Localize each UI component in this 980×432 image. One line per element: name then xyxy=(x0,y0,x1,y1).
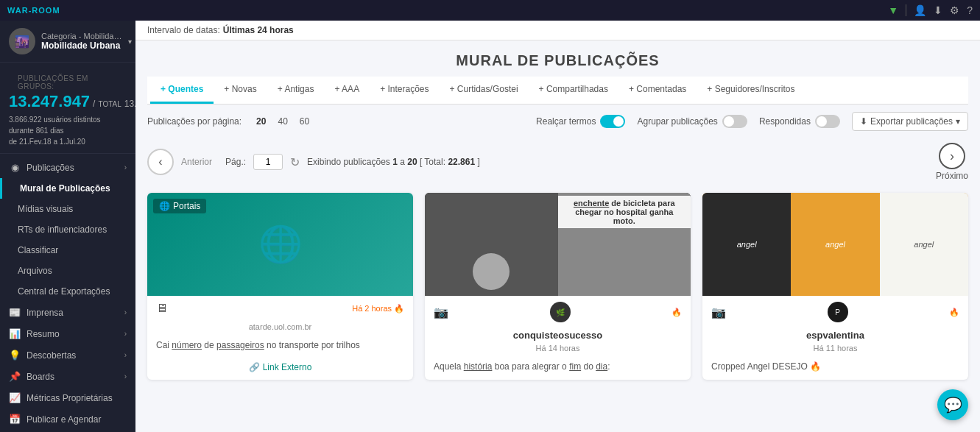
arrow-icon-boards: › xyxy=(124,372,127,380)
stats-main: 13.247.947 / TOTAL 13.247.498 xyxy=(9,92,127,111)
instagram-icon-esp: 📷 xyxy=(711,305,726,319)
total-label: Total: xyxy=(424,157,445,167)
card-body-esp: Cropped Angel DESEJO 🔥 xyxy=(702,354,968,380)
tab-antigas[interactable]: + Antigas xyxy=(267,77,325,104)
page-input[interactable] xyxy=(253,154,283,170)
export-chevron-icon: ▾ xyxy=(956,116,960,127)
per-page-options: 20 40 60 xyxy=(253,115,312,128)
realcar-toggle[interactable] xyxy=(600,115,625,128)
sidebar-item-boards[interactable]: 📌 Boards › xyxy=(0,366,135,387)
content-area: Intervalo de datas: Últimas 24 horas MUR… xyxy=(135,21,980,432)
sidebar-item-imprensa[interactable]: 📰 Imprensa › xyxy=(0,302,135,323)
sidebar: 🌆 Categoria - Mobilidade Ur... Mobilidad… xyxy=(0,21,135,432)
divider xyxy=(906,4,906,16)
time-portais: Há 2 horas xyxy=(352,304,392,313)
per-page-40[interactable]: 40 xyxy=(275,115,290,128)
sidebar-item-mural[interactable]: Mural de Publicações xyxy=(0,178,135,199)
sidebar-item-central[interactable]: Central de Exportações xyxy=(0,281,135,302)
sidebar-item-metricas[interactable]: 📈 Métricas Proprietárias xyxy=(0,387,135,408)
page-title: MURAL DE PUBLICAÇÕES xyxy=(147,40,968,77)
prev-label: Anterior xyxy=(181,157,212,167)
respondidas-label: Respondidas xyxy=(759,116,811,127)
card-meta-esp: 📷 P 🔥 xyxy=(702,296,968,328)
publicar-icon: 📅 xyxy=(9,414,21,425)
hot-badge-portais: Há 2 horas 🔥 xyxy=(352,304,404,314)
hot-badge-esp: 🔥 xyxy=(949,308,959,317)
globe-decoration-icon: 🌐 xyxy=(258,224,303,265)
sidebar-item-arquivos[interactable]: Arquivos xyxy=(0,261,135,281)
card-portais: 🌐 Portais 🌐 🖥 Há 2 horas 🔥 atarde.uol.co… xyxy=(147,193,413,380)
workspace-text: Categoria - Mobilidade Ur... Mobilidade … xyxy=(41,32,122,51)
external-link-icon: 🔗 xyxy=(249,362,260,372)
prev-button[interactable]: ‹ xyxy=(147,149,174,175)
text-numero: número xyxy=(172,340,202,350)
sidebar-label-midias: Mídias visuais xyxy=(18,204,127,214)
respondidas-group: Respondidas xyxy=(759,115,840,128)
sidebar-item-descobertas[interactable]: 💡 Descobertas › xyxy=(0,344,135,366)
settings-icon[interactable]: ⚙ xyxy=(950,4,959,16)
stats-separator: / xyxy=(93,99,95,109)
tab-seguidores[interactable]: + Seguidores/Inscritos xyxy=(697,77,805,104)
interval-value: Últimas 24 horas xyxy=(223,25,294,35)
stats-big-number: 13.247.947 xyxy=(9,92,90,111)
tab-aaa[interactable]: + AAA xyxy=(324,77,370,104)
card-image-conquiste: enchente de bicicleta para chegar no hos… xyxy=(425,193,691,296)
stats-range: de 21.Fev.18 a 1.Jul.20 xyxy=(9,138,85,146)
total-bracket-close: ] xyxy=(477,157,479,167)
external-link-label: Link Externo xyxy=(263,362,312,372)
per-page-60[interactable]: 60 xyxy=(297,115,312,128)
per-page-20[interactable]: 20 xyxy=(253,115,269,128)
cards-grid: 🌐 Portais 🌐 🖥 Há 2 horas 🔥 atarde.uol.co… xyxy=(147,187,968,386)
tab-quentes[interactable]: + Quentes xyxy=(150,77,214,104)
sidebar-label-resumo: Resumo xyxy=(27,329,119,339)
card-image-portais: 🌐 Portais 🌐 xyxy=(147,193,413,296)
arrow-icon-resumo: › xyxy=(124,330,127,338)
tab-comentadas[interactable]: + Comentadas xyxy=(618,77,697,104)
sidebar-label-publicacoes: Publicações xyxy=(27,163,119,173)
card-image-esp: angel angel angel xyxy=(702,193,968,296)
tab-curtidas[interactable]: + Curtidas/Gostei xyxy=(440,77,529,104)
resumo-icon: 📊 xyxy=(9,328,21,339)
agrupar-label: Agrupar publicações xyxy=(637,116,717,127)
user-icon[interactable]: 👤 xyxy=(914,4,926,16)
download-icon[interactable]: ⬇ xyxy=(934,4,942,16)
refresh-icon[interactable]: ↻ xyxy=(290,155,300,169)
card-meta-conquiste: 📷 🌿 🔥 xyxy=(425,296,691,328)
sidebar-item-rts[interactable]: RTs de influenciadores xyxy=(0,219,135,240)
card-author-esp: espvalentina xyxy=(702,328,968,342)
tab-compartilhadas[interactable]: + Compartilhadas xyxy=(529,77,618,104)
sidebar-label-classificar: Classificar xyxy=(18,245,127,255)
card-domain: atarde.uol.com.br xyxy=(147,321,413,333)
sidebar-label-descobertas: Descobertas xyxy=(27,350,119,361)
next-button[interactable]: › xyxy=(939,143,965,169)
sidebar-item-midias[interactable]: Mídias visuais xyxy=(0,199,135,219)
card-meta-portais: 🖥 Há 2 horas 🔥 xyxy=(147,296,413,321)
tab-interacoes[interactable]: + Interações xyxy=(370,77,439,104)
agrupar-toggle[interactable] xyxy=(722,115,747,128)
respondidas-toggle[interactable] xyxy=(815,115,840,128)
sidebar-item-resumo[interactable]: 📊 Resumo › xyxy=(0,323,135,344)
help-icon[interactable]: ? xyxy=(967,4,973,16)
export-button[interactable]: ⬇ Exportar publicações ▾ xyxy=(852,112,968,131)
flame-icon-esp: 🔥 xyxy=(949,308,959,317)
filter-icon[interactable]: ▼ xyxy=(888,4,898,16)
imprensa-icon: 📰 xyxy=(9,307,21,318)
portal-platform-icon: 🖥 xyxy=(156,302,168,315)
card-author-conquiste: conquisteosucesso xyxy=(425,328,691,342)
sidebar-nav: ◉ Publicações › Mural de Publicações Míd… xyxy=(0,154,135,432)
sidebar-label-mural: Mural de Publicações xyxy=(20,183,127,194)
sidebar-item-publicacoes[interactable]: ◉ Publicações › xyxy=(0,157,135,178)
workspace-header[interactable]: 🌆 Categoria - Mobilidade Ur... Mobilidad… xyxy=(0,21,135,63)
content-body: MURAL DE PUBLICAÇÕES + Quentes + Novas +… xyxy=(135,40,980,432)
content-top-bar: Intervalo de datas: Últimas 24 horas xyxy=(135,21,980,40)
toggle-knob xyxy=(613,116,624,127)
sidebar-item-publicar[interactable]: 📅 Publicar e Agendar xyxy=(0,408,135,430)
external-link-portais[interactable]: 🔗 Link Externo xyxy=(147,358,413,380)
page-to-text: a xyxy=(400,157,407,167)
tab-novas[interactable]: + Novas xyxy=(214,77,267,104)
export-label: Exportar publicações xyxy=(870,116,953,127)
stats-days: durante 861 dias xyxy=(9,127,64,135)
sidebar-item-classificar[interactable]: Classificar xyxy=(0,240,135,261)
chat-button[interactable]: 💬 xyxy=(937,389,968,420)
card-body-portais: Cai número de passageiros no transporte … xyxy=(147,333,413,358)
